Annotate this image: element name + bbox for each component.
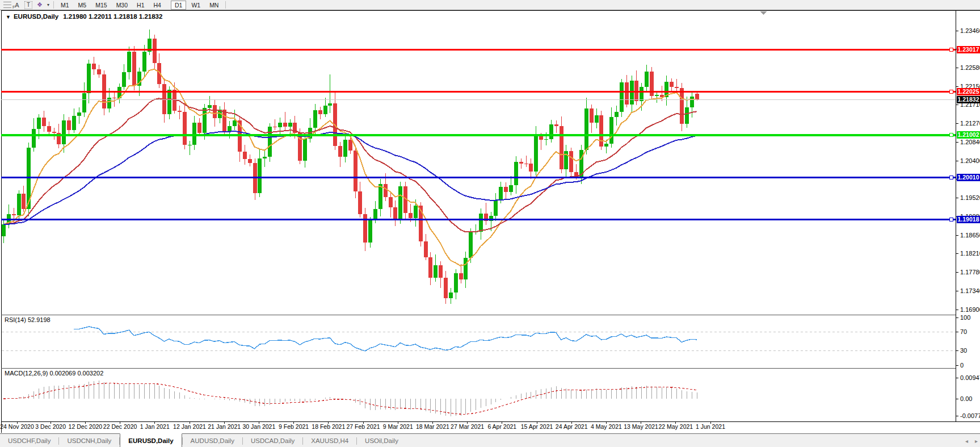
candle — [599, 115, 603, 147]
timeframe-button-w1[interactable]: W1 — [187, 1, 204, 10]
symbol-dropdown-icon[interactable]: ▼ — [6, 14, 11, 20]
candle — [569, 151, 573, 172]
level-endpoint-handle[interactable] — [949, 90, 953, 93]
candle — [434, 265, 438, 278]
candle — [424, 241, 428, 257]
date-label: 1 Jun 2021 — [696, 423, 725, 430]
level-endpoint-handle[interactable] — [949, 133, 953, 137]
tab-audusd[interactable]: AUDUSD,Daily — [183, 434, 242, 447]
candle — [127, 52, 131, 72]
date-label: 9 Mar 2021 — [383, 423, 413, 430]
timeframe-button-m15[interactable]: M15 — [91, 1, 111, 10]
candle — [243, 152, 247, 159]
rsi-tick-label: 100 — [960, 314, 970, 321]
candle — [393, 207, 397, 220]
date-label: 3 Dec 2020 — [35, 423, 66, 430]
tab-usdcnh[interactable]: USDCNH,Daily — [59, 434, 119, 447]
timeframe-button-m5[interactable]: M5 — [74, 1, 91, 10]
toolbar-divider — [225, 1, 226, 9]
chevron-down-icon[interactable]: ▾ — [45, 1, 51, 9]
price-level-label: 1.22025 — [957, 88, 980, 95]
candle — [97, 69, 101, 74]
level-endpoint-handle[interactable] — [949, 218, 953, 221]
rsi-tick-label: 30 — [960, 347, 967, 354]
candle — [12, 214, 16, 215]
candle — [604, 144, 608, 147]
tab-usdcad[interactable]: USDCAD,Daily — [243, 434, 302, 447]
timeframe-button-h1[interactable]: H1 — [133, 1, 148, 10]
price-tick-label: 1.19520 — [960, 194, 980, 202]
level-endpoint-handle[interactable] — [949, 176, 953, 179]
price-level-label: 1.21002 — [957, 131, 980, 139]
candle — [509, 185, 513, 191]
price-tick-label: 1.22580 — [960, 64, 980, 72]
price-tick-label: 1.21270 — [960, 120, 980, 127]
candle — [479, 214, 483, 232]
candle — [363, 214, 367, 243]
fibonacci-icon[interactable]: F — [0, 1, 11, 9]
date-label: 9 Feb 2021 — [279, 423, 309, 430]
timeframe-button-mn[interactable]: MN — [205, 1, 222, 10]
candle — [615, 112, 619, 117]
candle — [544, 139, 548, 140]
symbol-title: EURUSD,Daily — [14, 13, 58, 20]
current-price-label: 1.21832 — [957, 96, 980, 103]
toolbar-divider — [53, 1, 54, 9]
candle — [208, 105, 212, 108]
date-label: 6 Apr 2021 — [487, 423, 516, 430]
candle — [620, 82, 624, 112]
price-tick-label: 1.16900 — [960, 306, 980, 314]
candle — [17, 194, 21, 215]
date-label: 27 Mar 2021 — [451, 423, 484, 430]
date-label: 13 May 2021 — [624, 423, 658, 430]
candle — [318, 110, 322, 114]
timeframe-button-m30[interactable]: M30 — [112, 1, 132, 10]
candle — [178, 111, 182, 112]
candle — [675, 87, 679, 88]
tab-eurusd[interactable]: EURUSD,Daily — [120, 433, 182, 447]
date-label: 18 Mar 2021 — [416, 423, 449, 430]
symbol-tabbar: USDCHF,DailyUSDCNH,DailyEURUSD,DailyAUDU… — [0, 433, 980, 447]
date-label: 24 Nov 2020 — [0, 423, 34, 430]
candle — [228, 126, 232, 131]
chart-header: ▼EURUSD,Daily1.21980 1.22011 1.21818 1.2… — [6, 13, 162, 20]
tab-scroll-left-icon[interactable]: ◂ — [965, 438, 968, 444]
timeframe-button-d1[interactable]: D1 — [171, 1, 186, 10]
candle — [303, 139, 307, 161]
level-endpoint-handle[interactable] — [949, 48, 953, 51]
candle — [640, 87, 643, 101]
candle — [590, 108, 594, 123]
rsi-tick-label: 70 — [960, 328, 967, 336]
chart-shift-marker[interactable] — [760, 11, 767, 15]
text-label-icon[interactable]: T — [23, 1, 34, 9]
candle — [52, 132, 56, 133]
candle — [62, 120, 66, 144]
date-label: 27 Feb 2021 — [347, 423, 380, 430]
date-label: 4 May 2021 — [591, 423, 622, 430]
candle — [222, 110, 226, 131]
candle — [464, 258, 468, 279]
candle — [373, 209, 377, 220]
tab-xauusd[interactable]: XAUUSD,H4 — [303, 434, 356, 447]
tab-usoil[interactable]: USOil,Daily — [357, 434, 406, 447]
timeframe-button-h4[interactable]: H4 — [150, 1, 165, 10]
candle — [258, 158, 262, 193]
tab-usdchf[interactable]: USDCHF,Daily — [0, 434, 58, 447]
candle — [609, 117, 613, 144]
candle — [554, 124, 558, 126]
candle — [213, 105, 217, 118]
candle — [428, 257, 432, 278]
candle — [338, 146, 342, 157]
candle — [368, 220, 372, 243]
tab-scroll-right-icon[interactable]: ▸ — [975, 438, 978, 444]
candle — [494, 200, 498, 216]
candle — [670, 82, 674, 87]
timeframe-button-m1[interactable]: M1 — [57, 1, 73, 10]
candle — [283, 123, 287, 127]
candle — [690, 97, 694, 107]
candle — [132, 52, 136, 86]
candle — [92, 64, 96, 69]
candle — [504, 187, 508, 192]
candle — [524, 164, 528, 164]
arrow-shapes-icon[interactable]: ❖ — [34, 1, 45, 9]
